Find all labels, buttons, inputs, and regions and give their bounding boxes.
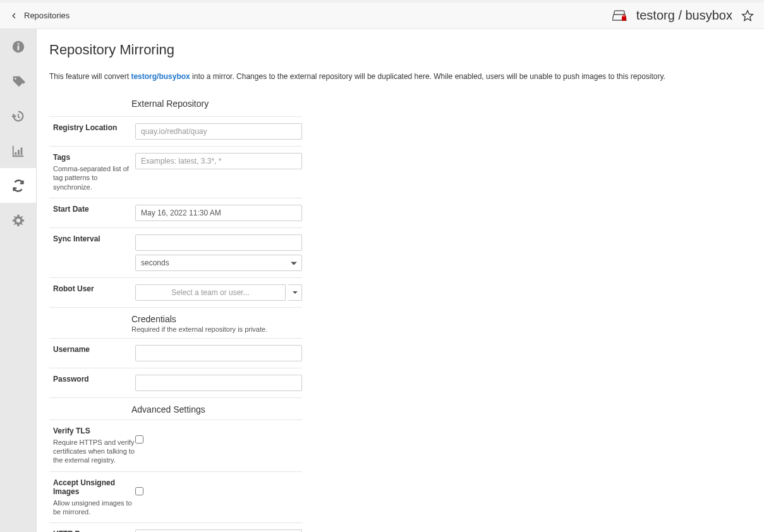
sidebar-mirror[interactable] <box>0 168 36 203</box>
mirror-form: External Repository Registry Location Ta… <box>49 92 302 532</box>
sidebar-tags[interactable] <box>0 64 36 99</box>
intro-repo-link[interactable]: testorg/busybox <box>131 72 190 81</box>
row-start-date: Start Date <box>49 198 302 227</box>
repo-title: testorg / busybox <box>636 8 732 23</box>
svg-rect-0 <box>622 16 626 21</box>
section-credentials: Credentials <box>49 308 302 325</box>
help-tags: Comma-separated list of tag patterns to … <box>53 164 135 191</box>
breadcrumb-repositories[interactable]: Repositories <box>24 11 70 20</box>
sidebar-history[interactable] <box>0 99 36 133</box>
label-password: Password <box>53 375 135 384</box>
intro-suffix: into a mirror. Changes to the external r… <box>190 72 665 81</box>
top-bar: Repositories testorg / busybox <box>0 0 764 29</box>
label-verify-tls: Verify TLS <box>53 426 135 435</box>
row-http-proxy: HTTP Proxy <box>49 523 302 532</box>
svg-point-9 <box>16 218 20 222</box>
row-registry: Registry Location <box>49 116 302 146</box>
label-username: Username <box>53 345 135 354</box>
header-right: testorg / busybox <box>612 8 754 23</box>
page-title: Repository Mirroring <box>49 42 751 58</box>
sidebar-info[interactable] <box>0 29 36 64</box>
select-sync-unit[interactable]: seconds <box>135 255 302 271</box>
robot-select-main[interactable]: Select a team or user... <box>135 284 286 301</box>
breadcrumb-area: Repositories <box>10 11 70 20</box>
label-http-proxy: HTTP Proxy <box>53 529 135 532</box>
intro-text: This feature will convert testorg/busybo… <box>49 72 751 81</box>
label-robot: Robot User <box>53 284 135 293</box>
back-arrow-icon[interactable] <box>10 12 18 20</box>
input-sync-interval[interactable] <box>135 234 302 251</box>
label-sync-interval: Sync Interval <box>53 234 135 243</box>
label-registry: Registry Location <box>53 123 135 132</box>
label-start-date: Start Date <box>53 205 135 214</box>
sidebar-settings[interactable] <box>0 203 36 238</box>
star-icon[interactable] <box>741 9 754 22</box>
svg-rect-7 <box>20 147 22 155</box>
intro-prefix: This feature will convert <box>49 72 131 81</box>
help-verify-tls: Require HTTPS and verify certificates wh… <box>53 438 135 465</box>
svg-rect-3 <box>17 45 19 50</box>
input-start-date[interactable] <box>135 205 302 221</box>
sidebar <box>0 29 37 532</box>
content-area: Repository Mirroring This feature will c… <box>37 29 764 532</box>
svg-rect-5 <box>15 152 16 155</box>
checkbox-unsigned[interactable] <box>135 487 143 495</box>
label-unsigned: Accept Unsigned Images <box>53 478 135 496</box>
section-advanced: Advanced Settings <box>49 398 302 420</box>
input-registry[interactable] <box>135 123 302 140</box>
svg-point-4 <box>15 78 16 80</box>
section-external: External Repository <box>49 92 302 116</box>
row-unsigned: Accept Unsigned Images Allow unsigned im… <box>49 471 302 523</box>
row-robot: Robot User Select a team or user... <box>49 277 302 307</box>
input-tags[interactable] <box>135 153 302 169</box>
row-sync-interval: Sync Interval seconds <box>49 227 302 277</box>
input-http-proxy[interactable] <box>135 529 302 532</box>
row-verify-tls: Verify TLS Require HTTPS and verify cert… <box>49 420 302 471</box>
row-password: Password <box>49 368 302 397</box>
private-repo-icon <box>612 9 628 22</box>
input-username[interactable] <box>135 345 302 361</box>
svg-point-2 <box>17 43 19 45</box>
sidebar-usage[interactable] <box>0 133 36 168</box>
help-unsigned: Allow unsigned images to be mirrored. <box>53 499 135 517</box>
section-credentials-sub: Required if the external repository is p… <box>49 325 302 333</box>
input-password[interactable] <box>135 375 302 391</box>
row-username: Username <box>49 338 302 368</box>
label-tags: Tags <box>53 153 135 162</box>
row-tags: Tags Comma-separated list of tag pattern… <box>49 146 302 198</box>
robot-select-caret[interactable] <box>288 284 302 301</box>
svg-rect-6 <box>18 150 20 155</box>
checkbox-verify-tls[interactable] <box>135 435 143 444</box>
